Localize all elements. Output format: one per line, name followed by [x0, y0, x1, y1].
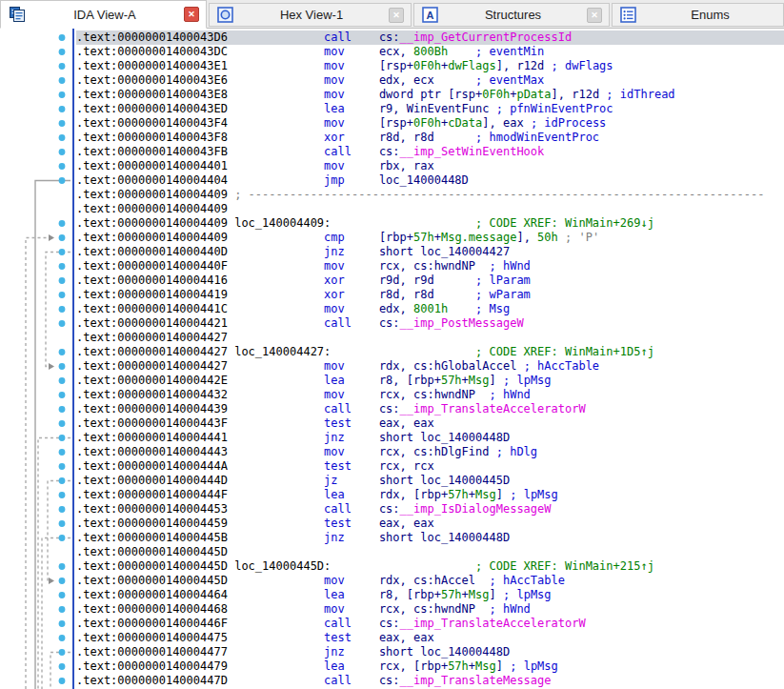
nav-dot [59, 578, 66, 584]
asm-line[interactable]: .text:0000000140004439 call cs:__imp_Tra… [76, 402, 784, 416]
disassembly-listing[interactable]: .text:00000001400043D6 call cs:__imp_Get… [72, 29, 784, 689]
asm-line[interactable]: .text:0000000140004409 [76, 202, 784, 216]
asm-line[interactable]: .text:0000000140004409 ; ---------------… [76, 188, 784, 202]
asm-seg: ; lpMsg [503, 374, 552, 387]
asm-line[interactable]: .text:0000000140004432 mov rcx, cs:hwndN… [76, 388, 784, 402]
asm-line[interactable]: .text:0000000140004441 jnz short loc_140… [76, 431, 784, 445]
asm-line[interactable]: .text:00000001400043FB call cs:__imp_Set… [76, 145, 784, 159]
enums-icon [620, 7, 637, 24]
nav-dot [59, 649, 66, 656]
asm-line[interactable]: .text:000000014000445D [76, 545, 784, 559]
asm-seg: ; CODE XREF: WinMain+1D5↑j [475, 345, 654, 358]
asm-seg: rdx, [rbp+ [379, 488, 448, 501]
asm-line[interactable]: .text:0000000140004427 mov rdx, cs:hGlob… [76, 359, 784, 374]
asm-line[interactable]: .text:0000000140004453 call cs:__imp_IsD… [76, 502, 784, 517]
asm-seg: .text:0000000140004409 [76, 188, 234, 201]
asm-seg: ; eventMin [475, 45, 544, 58]
svg-text:A: A [427, 9, 434, 20]
asm-seg: ] [496, 488, 503, 501]
asm-line[interactable]: .text:000000014000444A test rcx, rcx [76, 459, 784, 474]
close-tab-icon[interactable]: ✕ [184, 7, 199, 22]
nav-dot [59, 77, 66, 84]
asm-seg: .text:00000001400043F8 [76, 131, 324, 144]
asm-line[interactable]: .text:000000014000447D call cs:__imp_Tra… [76, 674, 784, 688]
asm-seg: test [324, 459, 379, 473]
asm-line[interactable]: .text:0000000140004468 mov rcx, cs:hwndN… [76, 602, 784, 617]
asm-line[interactable]: .text:000000014000444F lea rdx, [rbp+57h… [76, 488, 784, 502]
asm-line[interactable]: .text:000000014000440F mov rcx, cs:hwndN… [76, 259, 784, 274]
asm-line[interactable]: .text:0000000140004409 loc_140004409: ; … [76, 216, 784, 231]
asm-seg: ], [516, 231, 537, 244]
asm-line[interactable]: .text:000000014000442E lea r8, [rbp+57h+… [76, 374, 784, 388]
nav-dot [59, 292, 66, 298]
asm-line[interactable]: .text:00000001400043DC mov ecx, 800Bh ; … [76, 45, 784, 59]
close-tab-icon[interactable]: ✕ [389, 8, 404, 23]
nav-dot [59, 477, 66, 484]
asm-line[interactable]: .text:00000001400043ED lea r9, WinEventF… [76, 102, 784, 116]
asm-line[interactable]: .text:0000000140004401 mov rbx, rax [76, 159, 784, 173]
asm-seg: ; hWnd [490, 259, 531, 273]
asm-seg [331, 216, 475, 230]
asm-seg [475, 574, 489, 587]
asm-seg [475, 259, 489, 273]
nav-dot [59, 663, 66, 670]
tab-enums[interactable]: Enums [612, 3, 784, 27]
asm-line[interactable]: .text:00000001400043F4 mov [rsp+0F0h+cDa… [76, 116, 784, 131]
tab-hex-view-1[interactable]: Hex View-1✕ [209, 3, 412, 27]
asm-line[interactable]: .text:000000014000444D jz short loc_1400… [76, 474, 784, 488]
asm-seg: .text:0000000140004427 [76, 331, 228, 344]
asm-line[interactable]: .text:0000000140004479 lea rcx, [rbp+57h… [76, 659, 784, 674]
close-tab-icon[interactable]: ✕ [587, 8, 602, 23]
asm-seg: .text:0000000140004409 [76, 202, 228, 215]
asm-seg: __imp_TranslateAcceleratorW [400, 402, 586, 415]
asm-line[interactable]: .text:000000014000445B jnz short loc_140… [76, 531, 784, 545]
nav-dot [59, 234, 66, 241]
asm-line[interactable]: .text:0000000140004464 lea r8, [rbp+57h+… [76, 588, 784, 602]
jump-arrow-dashed [46, 253, 70, 367]
asm-line[interactable]: .text:00000001400043E8 mov dword ptr [rs… [76, 88, 784, 102]
asm-line[interactable]: .text:0000000140004459 test eax, eax [76, 517, 784, 531]
asm-seg: cs: [379, 145, 400, 158]
asm-line[interactable]: .text:0000000140004409 cmp [rbp+57h+Msg.… [76, 231, 784, 245]
asm-line[interactable]: .text:00000001400043F8 xor r8d, r8d ; hm… [76, 131, 784, 145]
asm-line[interactable]: .text:000000014000440D jnz short loc_140… [76, 245, 784, 259]
asm-seg: mov [324, 45, 379, 58]
asm-line[interactable]: .text:0000000140004427 [76, 331, 784, 345]
asm-line[interactable]: .text:0000000140004404 jmp loc_14000448D [76, 173, 784, 188]
asm-line[interactable]: .text:0000000140004475 test eax, eax [76, 631, 784, 645]
nav-dot [59, 377, 66, 384]
tab-structures[interactable]: AStructures✕ [413, 3, 610, 27]
asm-seg: rcx, cs:hwndNP [379, 388, 475, 401]
asm-line[interactable]: .text:00000001400043D6 call cs:__imp_Get… [76, 30, 784, 45]
asm-line[interactable]: .text:00000001400043E1 mov [rsp+0F0h+dwF… [76, 59, 784, 73]
nav-dot [59, 520, 66, 527]
asm-line[interactable]: .text:00000001400043E6 mov edx, ecx ; ev… [76, 73, 784, 88]
asm-seg: 800Bh [413, 45, 448, 58]
asm-seg: call [324, 30, 379, 44]
asm-line[interactable]: .text:0000000140004416 xor r9d, r9d ; lP… [76, 274, 784, 288]
asm-seg: Msg [475, 488, 496, 501]
asm-line[interactable]: .text:000000014000446F call cs:__imp_Tra… [76, 617, 784, 631]
asm-seg: .text:000000014000443F [76, 416, 324, 430]
asm-line[interactable]: .text:0000000140004419 xor r8d, r8d ; wP… [76, 288, 784, 302]
tab-ida-view-a[interactable]: IDA View-A✕ [0, 0, 207, 29]
asm-line[interactable]: .text:000000014000445D loc_14000445D: ; … [76, 559, 784, 574]
asm-line[interactable]: .text:000000014000443F test eax, eax [76, 416, 784, 431]
asm-line[interactable]: .text:0000000140004421 call cs:__imp_Pos… [76, 316, 784, 331]
asm-seg: ; CODE XREF: WinMain+269↓j [475, 216, 654, 230]
nav-dot [59, 535, 66, 541]
nav-dot [59, 306, 66, 313]
asm-line[interactable]: .text:0000000140004443 mov rcx, cs:hDlgF… [76, 445, 784, 459]
nav-dot [59, 506, 66, 513]
asm-line[interactable]: .text:000000014000445D mov rdx, cs:hAcce… [76, 574, 784, 588]
asm-seg: .text:000000014000446F [76, 617, 324, 630]
asm-seg: Msg [469, 588, 490, 601]
asm-seg: 8001h [413, 302, 448, 315]
asm-seg: r8d, r8d [379, 288, 434, 301]
asm-seg: 57h [441, 588, 462, 601]
asm-seg: __imp_TranslateMessage [400, 674, 552, 687]
asm-seg: r9d, r9d [379, 274, 434, 287]
asm-line[interactable]: .text:000000014000441C mov edx, 8001h ; … [76, 302, 784, 316]
asm-line[interactable]: .text:0000000140004427 loc_140004427: ; … [76, 345, 784, 359]
asm-line[interactable]: .text:0000000140004477 jnz short loc_140… [76, 645, 784, 659]
